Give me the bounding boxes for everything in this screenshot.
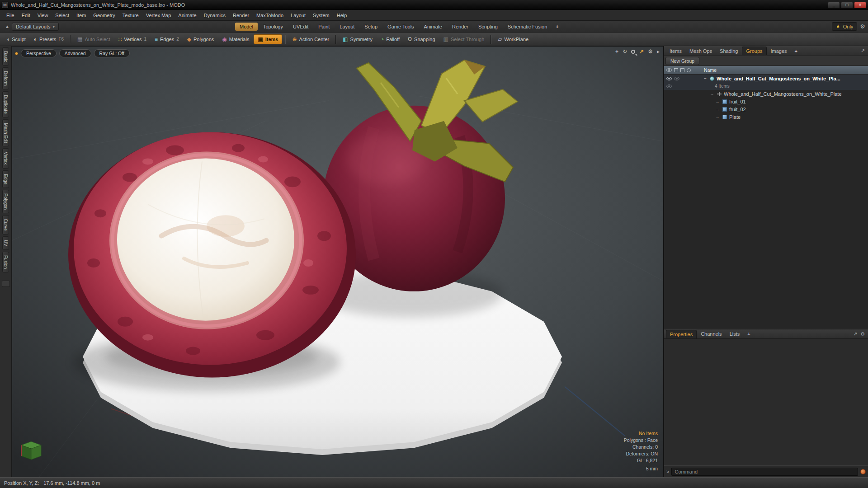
layouts-dropdown[interactable]: Default Layouts ▾ (12, 23, 59, 31)
viewport-3d-scene[interactable] (12, 47, 663, 477)
viewport-options-icon[interactable]: ▸ (657, 49, 660, 54)
left-tab-uv[interactable]: UV (2, 236, 9, 250)
menu-render[interactable]: Render (229, 11, 253, 19)
command-input[interactable] (671, 468, 858, 476)
menu-view[interactable]: View (34, 11, 52, 19)
tree-row[interactable]: 4 Items (664, 82, 868, 90)
left-tab-basic[interactable]: Basic (2, 47, 9, 66)
left-tab-duplicate[interactable]: Duplicate (2, 91, 9, 117)
tab-scripting[interactable]: Scripting (474, 23, 502, 31)
maximize-viewport-icon[interactable]: ↗ (639, 49, 644, 54)
pan-icon[interactable]: + (615, 49, 618, 54)
select-through-button[interactable]: ▥ Select Through (440, 35, 488, 44)
tab-schematic-fusion[interactable]: Schematic Fusion (503, 23, 552, 31)
viewport-3d[interactable]: Perspective Advanced Ray GL: Off + ↻ ↗ ⚙… (12, 46, 664, 477)
left-tab-polygon[interactable]: Polygon (2, 190, 9, 213)
tree-row[interactable]: → Whole_and_Half_Cut_Mangosteens_on_Whit… (664, 90, 868, 98)
menu-maxtomodo[interactable]: MaxToModo (253, 11, 287, 19)
filter-column-icon[interactable] (687, 68, 691, 72)
launcher-icon[interactable]: ▲ (3, 24, 12, 29)
menu-vertex-map[interactable]: Vertex Map (142, 11, 175, 19)
menu-dynamics[interactable]: Dynamics (200, 11, 229, 19)
tree-row[interactable]: → fruit_01 (664, 98, 868, 105)
viewport-menu-icon[interactable] (15, 52, 18, 55)
tree-row[interactable]: → Plate (664, 113, 868, 121)
falloff-button[interactable]: ◔ Falloff (377, 35, 403, 44)
raygl-button[interactable]: Ray GL: Off (94, 49, 130, 57)
menu-select[interactable]: Select (52, 11, 73, 19)
tab-groups[interactable]: Groups (742, 47, 766, 55)
tab-layout[interactable]: Layout (335, 23, 359, 31)
auto-select-button[interactable]: ▦ Auto Select (74, 35, 114, 44)
vertices-mode-button[interactable]: ∷ Vertices 1 (115, 35, 150, 44)
left-tab-deform[interactable]: Deform (2, 67, 9, 89)
expand-properties-icon[interactable]: ↗ (852, 331, 859, 337)
left-tab-fusion[interactable]: Fusion (2, 252, 9, 272)
tab-model[interactable]: Model (235, 23, 258, 31)
left-tab-mesh-edit[interactable]: Mesh Edit (2, 119, 9, 146)
gear-icon[interactable]: ⚙ (860, 23, 865, 30)
edges-mode-button[interactable]: ≡ Edges 2 (151, 35, 183, 44)
shading-mode-button[interactable]: Advanced (59, 49, 91, 57)
tab-properties[interactable]: Properties (666, 330, 697, 338)
tab-images[interactable]: Images (767, 47, 791, 55)
sculpt-button[interactable]: ◖ Sculpt (3, 35, 29, 44)
tab-game-tools[interactable]: Game Tools (383, 23, 419, 31)
tab-paint[interactable]: Paint (314, 23, 334, 31)
minimize-icon[interactable]: _ (828, 2, 840, 9)
action-center-button[interactable]: ⊕ Action Center (288, 35, 333, 44)
eye-icon[interactable] (674, 77, 679, 80)
panel-handle[interactable] (2, 281, 10, 287)
close-icon[interactable]: × (854, 2, 866, 9)
menu-help[interactable]: Help (333, 11, 351, 19)
workplane-button[interactable]: ▱ WorkPlane (494, 35, 532, 44)
perspective-button[interactable]: Perspective (21, 49, 57, 57)
items-mode-button[interactable]: ▣ Items (254, 34, 282, 44)
left-tab-vertex[interactable]: Vertex (2, 148, 9, 168)
tab-animate[interactable]: Animate (420, 23, 447, 31)
expand-panel-icon[interactable]: ↗ (859, 48, 866, 54)
eye-icon[interactable] (666, 77, 672, 80)
snapping-button[interactable]: Ω Snapping (404, 35, 439, 44)
menu-file[interactable]: File (3, 11, 18, 19)
zoom-icon[interactable] (631, 50, 635, 54)
visibility-column-icon[interactable] (666, 68, 672, 72)
tab-shading[interactable]: Shading (716, 47, 741, 55)
polygons-mode-button[interactable]: ◆ Polygons (184, 35, 218, 44)
tree-row[interactable]: → fruit_02 (664, 105, 868, 113)
add-layout-tab-button[interactable]: + (552, 23, 561, 31)
tree-row[interactable]: − Whole_and_Half_Cut_Mangosteens_on_Whit… (664, 75, 868, 82)
menu-edit[interactable]: Edit (18, 11, 34, 19)
half-mangosteen-object[interactable] (68, 132, 356, 378)
command-history-icon[interactable] (860, 469, 866, 474)
materials-mode-button[interactable]: ◉ Materials (218, 35, 253, 44)
viewport-gear-icon[interactable]: ⚙ (648, 49, 653, 54)
menu-system[interactable]: System (309, 11, 333, 19)
tab-render[interactable]: Render (448, 23, 473, 31)
tab-uvedit[interactable]: UVEdit (288, 23, 313, 31)
render-column-icon[interactable] (674, 68, 678, 72)
tab-channels[interactable]: Channels (697, 330, 725, 338)
left-tab-curve[interactable]: Curve (2, 215, 9, 235)
add-panel-tab-button[interactable]: + (791, 47, 801, 55)
maximize-icon[interactable]: □ (841, 2, 853, 9)
menu-geometry[interactable]: Geometry (90, 11, 118, 19)
new-group-button[interactable]: New Group (665, 57, 699, 65)
tab-topology[interactable]: Topology (259, 23, 288, 31)
tab-setup[interactable]: Setup (360, 23, 382, 31)
symmetry-button[interactable]: ◧ Symmetry (339, 35, 376, 44)
tab-items[interactable]: Items (666, 47, 685, 55)
add-properties-tab-button[interactable]: + (744, 330, 754, 338)
orbit-icon[interactable]: ↻ (623, 49, 627, 54)
only-toggle[interactable]: ★ Only (832, 22, 858, 31)
presets-button[interactable]: ◐ Presets F6 (30, 35, 67, 44)
menu-layout[interactable]: Layout (287, 11, 309, 19)
left-tab-edge[interactable]: Edge (2, 170, 9, 188)
lock-column-icon[interactable] (680, 68, 684, 72)
menu-animate[interactable]: Animate (175, 11, 200, 19)
collapse-icon[interactable]: − (703, 76, 708, 81)
tab-mesh-ops[interactable]: Mesh Ops (686, 47, 716, 55)
menu-texture[interactable]: Texture (119, 11, 142, 19)
tab-lists[interactable]: Lists (726, 330, 744, 338)
eye-icon[interactable] (666, 84, 672, 88)
